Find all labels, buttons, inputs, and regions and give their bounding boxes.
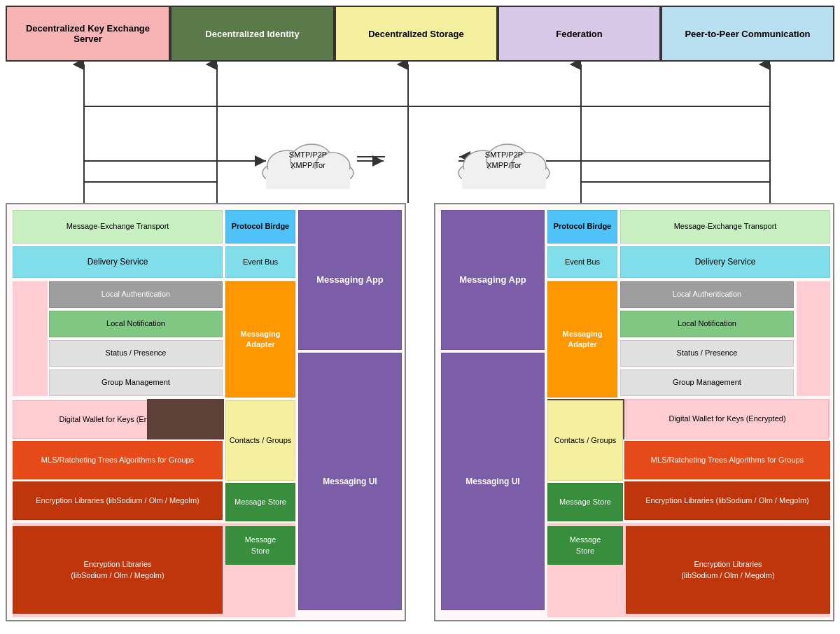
delivery-service-l: Delivery Service bbox=[13, 246, 223, 278]
messaging-app-label-l: Messaging App bbox=[298, 210, 402, 350]
encryption-libs-final-l: Encryption Libraries(libSodium / Olm / M… bbox=[13, 526, 223, 614]
delivery-service-r: Delivery Service bbox=[620, 246, 830, 278]
digital-wallet-r: Digital Wallet for Keys (Encrypted) bbox=[626, 399, 829, 439]
mls-l: MLS/Ratcheting Trees Algorithms for Grou… bbox=[13, 441, 223, 479]
group-mgmt-r: Group Management bbox=[620, 369, 794, 396]
local-notif-r: Local Notification bbox=[620, 311, 794, 337]
contacts-groups-l: Contacts / Groups bbox=[225, 400, 295, 481]
local-auth-l: Local Authentication bbox=[49, 281, 223, 308]
encryption-libs-l: Encryption Libraries (libSodium / Olm / … bbox=[13, 481, 223, 520]
msg-exchange-transport-r: Message-Exchange Transport bbox=[620, 210, 830, 244]
protocol-bridge-r: Protocol Birdge bbox=[547, 210, 617, 244]
mls-r: MLS/Ratcheting Trees Algorithms for Grou… bbox=[624, 441, 830, 479]
message-store-final-l: MessageStore bbox=[225, 526, 295, 565]
msg-exchange-transport-l: Message-Exchange Transport bbox=[13, 210, 223, 244]
contacts-groups-r: Contacts / Groups bbox=[547, 400, 623, 481]
left-panel: Message-Exchange Transport Protocol Bird… bbox=[6, 203, 406, 621]
cloud-right: SMTP/P2PXMPP/Tor bbox=[455, 134, 553, 183]
event-bus-r: Event Bus bbox=[547, 246, 617, 278]
right-panel: Messaging App Protocol Birdge Message-Ex… bbox=[434, 203, 834, 621]
header-decentralized-key: Decentralized Key Exchange Server bbox=[6, 6, 170, 62]
cloud-left: SMTP/P2PXMPP/Tor bbox=[259, 134, 357, 183]
messaging-adapter-l: Messaging Adapter bbox=[225, 281, 295, 397]
messaging-app-label-r: Messaging App bbox=[441, 210, 545, 350]
header-federation: Federation bbox=[498, 6, 661, 62]
encryption-libs-final-r: Encryption Libraries(libSodium / Olm / M… bbox=[626, 526, 830, 614]
message-store-r: Message Store bbox=[547, 483, 623, 521]
local-auth-r: Local Authentication bbox=[620, 281, 794, 308]
status-presence-l: Status / Presence bbox=[49, 340, 223, 367]
messaging-ui-r: Messaging UI bbox=[441, 353, 545, 610]
svg-rect-37 bbox=[266, 169, 350, 189]
event-bus-l: Event Bus bbox=[225, 246, 295, 278]
header-section: Decentralized Key Exchange Server Decent… bbox=[6, 6, 834, 62]
messaging-adapter-r: Messaging Adapter bbox=[547, 281, 617, 397]
local-notif-l: Local Notification bbox=[49, 311, 223, 337]
header-decentralized-storage: Decentralized Storage bbox=[335, 6, 498, 62]
protocol-bridge-l: Protocol Birdge bbox=[225, 210, 295, 244]
diagram-wrapper: Decentralized Key Exchange Server Decent… bbox=[0, 0, 840, 634]
messaging-ui-l: Messaging UI bbox=[298, 353, 402, 610]
digital-wallet-dark-l bbox=[147, 399, 224, 439]
message-store-l: Message Store bbox=[225, 483, 295, 521]
group-mgmt-l: Group Management bbox=[49, 369, 223, 396]
pink-right-r bbox=[797, 281, 830, 396]
encryption-libs-r: Encryption Libraries (libSodium / Olm / … bbox=[624, 481, 830, 520]
svg-rect-42 bbox=[462, 169, 546, 189]
status-presence-r: Status / Presence bbox=[620, 340, 794, 367]
header-decentralized-identity: Decentralized Identity bbox=[170, 6, 335, 62]
message-store-final-r: MessageStore bbox=[547, 526, 623, 565]
header-p2p: Peer-to-Peer Communication bbox=[661, 6, 834, 62]
